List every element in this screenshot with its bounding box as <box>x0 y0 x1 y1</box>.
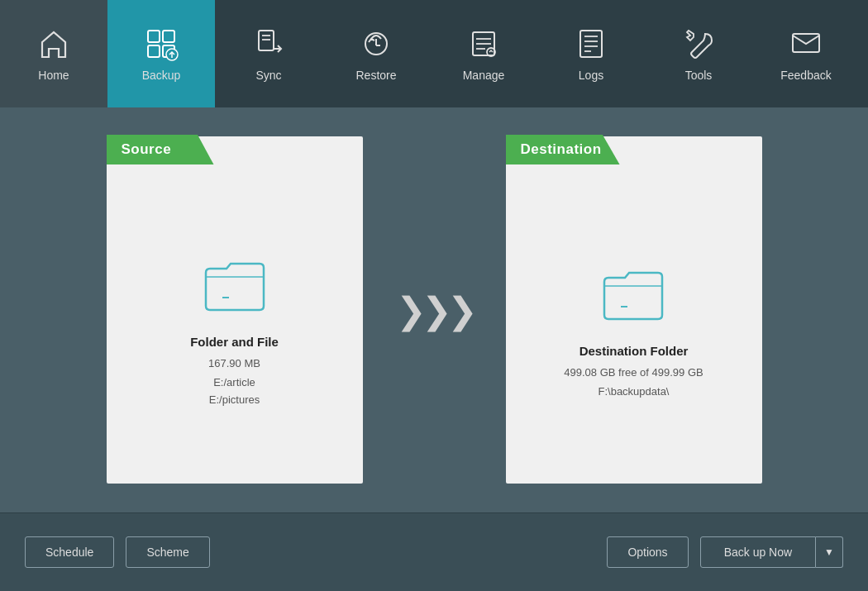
nav-tools-label: Tools <box>685 69 713 82</box>
svg-rect-6 <box>259 31 274 50</box>
nav-feedback-label: Feedback <box>780 69 831 82</box>
navbar: Home Backup Sync <box>0 0 868 107</box>
schedule-button[interactable]: Schedule <box>25 536 114 568</box>
svg-rect-2 <box>148 45 160 57</box>
nav-logs-label: Logs <box>579 69 603 82</box>
nav-sync-label: Sync <box>255 69 281 82</box>
source-card-content: Folder and File 167.90 MB E:/article E:/… <box>174 178 295 484</box>
svg-rect-0 <box>148 31 160 42</box>
nav-home-label: Home <box>38 69 69 82</box>
chevron-down-icon: ▼ <box>824 546 834 558</box>
main-content: Source Folder and File 167.90 MB E:/arti… <box>0 107 868 512</box>
nav-restore-label: Restore <box>355 69 396 82</box>
backup-now-dropdown-button[interactable]: ▼ <box>816 536 843 568</box>
nav-feedback[interactable]: Feedback <box>752 0 860 107</box>
footer: Schedule Scheme Options Back up Now ▼ <box>0 512 868 591</box>
source-card[interactable]: Source Folder and File 167.90 MB E:/arti… <box>107 136 363 484</box>
source-size: 167.90 MB <box>208 357 260 369</box>
nav-logs[interactable]: Logs <box>537 0 645 107</box>
backup-icon <box>143 26 179 62</box>
feedback-icon <box>788 26 824 62</box>
nav-tools[interactable]: Tools <box>645 0 752 107</box>
tools-icon <box>680 26 717 62</box>
source-paths: E:/article E:/pictures <box>209 374 260 409</box>
destination-title: Destination Folder <box>579 344 689 358</box>
options-button[interactable]: Options <box>607 536 688 568</box>
source-title: Folder and File <box>190 335 279 349</box>
nav-backup-label: Backup <box>142 69 181 82</box>
nav-backup[interactable]: Backup <box>107 0 215 107</box>
nav-manage-label: Manage <box>463 69 505 82</box>
destination-free-space: 499.08 GB free of 499.99 GB <box>564 366 703 379</box>
sync-icon <box>250 26 287 62</box>
source-tab: Source <box>107 135 214 164</box>
destination-card-content: Destination Folder 499.08 GB free of 499… <box>547 178 719 484</box>
scheme-button[interactable]: Scheme <box>126 536 209 568</box>
logs-icon <box>573 26 609 62</box>
nav-sync[interactable]: Sync <box>215 0 322 107</box>
home-icon <box>36 26 72 62</box>
backup-now-button[interactable]: Back up Now <box>700 536 816 568</box>
source-folder-icon <box>198 252 272 318</box>
nav-manage[interactable]: Manage <box>430 0 537 107</box>
destination-folder-icon <box>596 261 670 327</box>
svg-rect-1 <box>163 31 174 42</box>
footer-right: Options Back up Now ▼ <box>607 536 843 568</box>
chevron-arrows-icon: ❯❯❯ <box>396 289 473 331</box>
svg-rect-17 <box>580 31 602 57</box>
footer-left: Schedule Scheme <box>25 536 210 568</box>
destination-tab: Destination <box>506 135 620 164</box>
nav-restore[interactable]: Restore <box>322 0 430 107</box>
destination-card[interactable]: Destination Destination Folder 499.08 GB… <box>506 136 762 484</box>
arrow-section: ❯❯❯ <box>396 289 473 331</box>
nav-home[interactable]: Home <box>0 0 107 107</box>
manage-icon <box>465 26 502 62</box>
restore-icon <box>358 26 394 62</box>
destination-path: F:\backupdata\ <box>598 384 669 401</box>
